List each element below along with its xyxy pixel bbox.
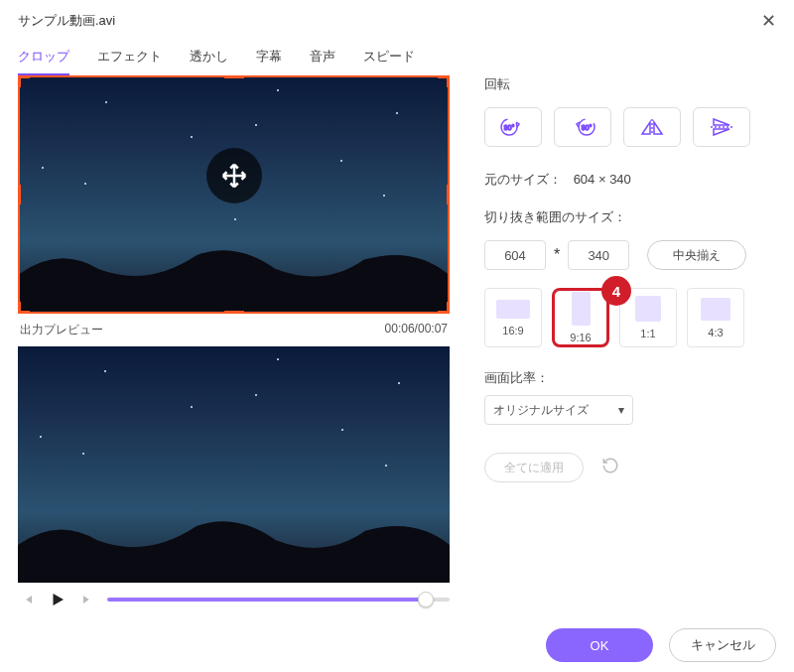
- play-button[interactable]: [48, 591, 67, 608]
- aspect-16-9[interactable]: 16:9: [484, 288, 542, 347]
- crop-height-input[interactable]: [568, 240, 629, 270]
- aspect-label: 9:16: [570, 332, 591, 343]
- center-align-button[interactable]: 中央揃え: [647, 240, 746, 270]
- prev-frame-button[interactable]: [18, 593, 38, 606]
- crop-size-label: 切り抜き範囲のサイズ：: [484, 208, 776, 226]
- crop-width-input[interactable]: [484, 240, 546, 270]
- chevron-down-icon: ▾: [618, 403, 624, 417]
- ratio-label: 画面比率：: [484, 369, 776, 387]
- tab-5[interactable]: スピード: [363, 48, 415, 75]
- tab-4[interactable]: 音声: [310, 48, 335, 75]
- aspect-9-16[interactable]: 9:16: [552, 288, 609, 347]
- flip-vertical-button[interactable]: [693, 107, 750, 147]
- original-size-label: 元のサイズ：: [484, 172, 562, 187]
- aspect-4-3[interactable]: 4:3: [687, 288, 744, 347]
- svg-text:90°: 90°: [504, 124, 515, 131]
- next-frame-button[interactable]: [77, 593, 97, 606]
- rotate-label: 回転: [484, 75, 776, 93]
- close-icon[interactable]: ✕: [761, 10, 776, 32]
- multiply-label: *: [554, 246, 560, 264]
- time-display: 00:06/00:07: [385, 322, 448, 338]
- aspect-label: 1:1: [640, 328, 655, 339]
- apply-all-button[interactable]: 全てに適用: [484, 453, 584, 482]
- step-callout: 4: [601, 276, 631, 306]
- cancel-button[interactable]: キャンセル: [669, 628, 776, 662]
- flip-horizontal-button[interactable]: [623, 107, 681, 147]
- output-preview: [18, 346, 450, 583]
- ratio-value: オリジナルサイズ: [493, 402, 589, 419]
- aspect-label: 4:3: [708, 327, 723, 338]
- preview-label: 出力プレビュー: [20, 322, 103, 338]
- tab-3[interactable]: 字幕: [256, 48, 282, 75]
- window-title: サンプル動画.avi: [18, 12, 115, 30]
- crop-preview[interactable]: [18, 75, 450, 314]
- reset-icon[interactable]: [601, 457, 619, 478]
- tab-2[interactable]: 透かし: [190, 48, 228, 75]
- ok-button[interactable]: OK: [546, 628, 653, 662]
- tab-1[interactable]: エフェクト: [97, 48, 162, 75]
- ratio-select[interactable]: オリジナルサイズ ▾: [484, 395, 633, 425]
- playback-slider[interactable]: [107, 598, 450, 602]
- aspect-label: 16:9: [502, 325, 523, 336]
- rotate-cw-button[interactable]: 90°: [484, 107, 542, 147]
- svg-text:90°: 90°: [582, 124, 593, 131]
- tab-0[interactable]: クロップ: [18, 48, 69, 75]
- move-icon[interactable]: [206, 148, 262, 203]
- rotate-ccw-button[interactable]: 90°: [554, 107, 611, 147]
- original-size-value: 604 × 340: [574, 172, 631, 187]
